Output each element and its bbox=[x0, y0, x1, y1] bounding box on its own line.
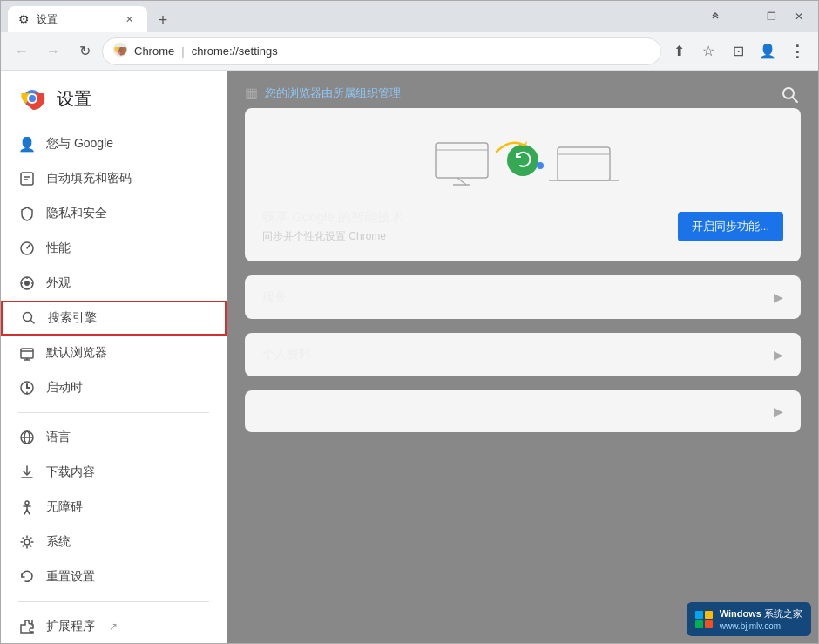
sidebar-label-search: 搜索引擎 bbox=[48, 310, 97, 326]
svg-line-42 bbox=[457, 178, 466, 185]
split-icon: ⊡ bbox=[733, 43, 744, 59]
settings-section-2: 个人资料 ▶ bbox=[245, 333, 801, 376]
sidebar-label-privacy: 隐私和安全 bbox=[46, 206, 107, 221]
page-search-button[interactable] bbox=[776, 81, 804, 109]
sidebar-item-performance[interactable]: 性能 bbox=[1, 231, 227, 266]
sync-text-row: 畅享 Google 的智能技术 同步并个性化设置 Chrome 开启同步功能..… bbox=[262, 209, 783, 244]
svg-rect-44 bbox=[558, 147, 610, 180]
windows-logo-icon bbox=[695, 611, 713, 628]
sidebar-label-browser: 默认浏览器 bbox=[46, 345, 107, 361]
sync-button[interactable]: 开启同步功能... bbox=[678, 212, 783, 241]
sidebar-item-extensions[interactable]: 扩展程序 ↗ bbox=[1, 609, 227, 643]
split-button[interactable]: ⊡ bbox=[724, 37, 752, 65]
tab-favicon-icon: ⚙ bbox=[18, 12, 30, 26]
sidebar-item-autofill[interactable]: 自动填充和密码 bbox=[1, 161, 227, 196]
page-search-icon bbox=[782, 86, 799, 104]
menu-icon: ⋮ bbox=[789, 42, 806, 61]
system-icon bbox=[18, 533, 36, 551]
forward-icon: → bbox=[46, 44, 60, 59]
appearance-icon bbox=[18, 275, 36, 292]
active-tab[interactable]: ⚙ 设置 ✕ bbox=[8, 6, 147, 32]
chrome-logo-icon bbox=[18, 85, 46, 112]
sync-subtitle: 同步并个性化设置 Chrome bbox=[262, 229, 664, 244]
sidebar-item-appearance[interactable]: 外观 bbox=[1, 266, 227, 301]
restore-button[interactable]: ❐ bbox=[759, 4, 783, 29]
refresh-icon: ↻ bbox=[79, 43, 91, 59]
sidebar-item-search[interactable]: 搜索引擎 bbox=[1, 301, 227, 336]
settings-row-extra[interactable]: ▶ bbox=[245, 390, 801, 432]
address-security-icon bbox=[113, 43, 127, 59]
nav-separator-1 bbox=[18, 412, 209, 413]
sidebar-item-privacy[interactable]: 隐私和安全 bbox=[1, 196, 227, 231]
sidebar-title: 设置 bbox=[57, 87, 91, 111]
bookmark-button[interactable]: ☆ bbox=[694, 37, 722, 65]
menu-button[interactable]: ⋮ bbox=[783, 37, 811, 65]
org-link[interactable]: 您的浏览器由所属组织管理 bbox=[265, 85, 401, 101]
performance-icon bbox=[18, 240, 36, 257]
share-button[interactable]: ⬆ bbox=[665, 37, 693, 65]
settings-row-profile[interactable]: 个人资料 ▶ bbox=[245, 333, 801, 376]
address-url: chrome://settings bbox=[192, 44, 650, 58]
sync-card: 畅享 Google 的智能技术 同步并个性化设置 Chrome 开启同步功能..… bbox=[245, 108, 801, 261]
sidebar-item-startup[interactable]: 启动时 bbox=[1, 370, 227, 405]
sidebar-item-google[interactable]: 👤 您与 Google bbox=[1, 126, 227, 161]
chrome-icon-small bbox=[113, 43, 127, 57]
sidebar-label-reset: 重置设置 bbox=[46, 569, 95, 585]
sidebar-label-performance: 性能 bbox=[46, 241, 71, 256]
sidebar-label-language: 语言 bbox=[46, 430, 71, 445]
svg-line-39 bbox=[793, 98, 797, 102]
svg-point-38 bbox=[783, 88, 794, 98]
tab-label: 设置 bbox=[37, 12, 58, 27]
toolbar: ← → ↻ Chrome | chrome://settings bbox=[1, 32, 818, 71]
close-button[interactable]: ✕ bbox=[787, 4, 811, 29]
address-bar[interactable]: Chrome | chrome://settings bbox=[102, 37, 661, 65]
back-button[interactable]: ← bbox=[8, 37, 36, 65]
settings-label-services: 服务 bbox=[262, 289, 287, 305]
win-chevron-icon bbox=[710, 11, 721, 22]
sync-illustration bbox=[262, 125, 783, 195]
address-brand: Chrome bbox=[134, 44, 174, 58]
extensions-external-icon: ↗ bbox=[109, 620, 118, 633]
svg-point-12 bbox=[24, 281, 30, 286]
sidebar-item-browser[interactable]: 默认浏览器 bbox=[1, 336, 227, 370]
svg-line-36 bbox=[27, 510, 30, 514]
settings-row-services[interactable]: 服务 ▶ bbox=[245, 275, 801, 319]
privacy-icon bbox=[18, 205, 36, 222]
watermark-text: Windows 系统之家 www.bjjmlv.com bbox=[720, 607, 802, 631]
search-icon bbox=[20, 309, 37, 327]
sidebar-label-accessibility: 无障碍 bbox=[46, 499, 83, 515]
profile-button[interactable]: 👤 bbox=[754, 37, 782, 65]
new-tab-button[interactable]: + bbox=[151, 8, 175, 32]
settings-section-3: ▶ bbox=[245, 390, 801, 432]
downloads-icon bbox=[18, 464, 36, 481]
sidebar-item-system[interactable]: 系统 bbox=[1, 525, 227, 559]
forward-button[interactable]: → bbox=[39, 37, 67, 65]
tab-close-button[interactable]: ✕ bbox=[121, 11, 137, 27]
sidebar-label-system: 系统 bbox=[46, 534, 71, 550]
autofill-icon bbox=[18, 170, 36, 187]
svg-point-6 bbox=[29, 95, 36, 102]
sidebar-label-startup: 启动时 bbox=[46, 380, 83, 396]
startup-icon bbox=[18, 379, 36, 397]
sidebar-label-google: 您与 Google bbox=[46, 136, 113, 152]
svg-rect-19 bbox=[21, 349, 33, 358]
tab-close-icon: ✕ bbox=[125, 14, 133, 25]
sidebar-item-accessibility[interactable]: 无障碍 bbox=[1, 490, 227, 525]
language-icon bbox=[18, 429, 36, 446]
tab-bar: ⚙ 设置 ✕ + bbox=[8, 1, 710, 32]
sidebar-item-downloads[interactable]: 下载内容 bbox=[1, 455, 227, 490]
new-tab-icon: + bbox=[159, 11, 168, 30]
sidebar-label-extensions: 扩展程序 bbox=[46, 619, 95, 634]
svg-rect-40 bbox=[436, 143, 488, 178]
sidebar-item-language[interactable]: 语言 bbox=[1, 420, 227, 455]
sync-illustration-svg bbox=[427, 125, 619, 195]
minimize-button[interactable]: — bbox=[731, 4, 755, 29]
watermark-suffix: 系统之家 bbox=[764, 608, 802, 619]
sidebar-item-reset[interactable]: 重置设置 bbox=[1, 559, 227, 594]
profile-arrow-icon: ▶ bbox=[774, 348, 783, 362]
sidebar-nav: 👤 您与 Google 自动填充和密码 bbox=[1, 126, 227, 643]
sidebar-label-appearance: 外观 bbox=[46, 275, 71, 291]
refresh-button[interactable]: ↻ bbox=[71, 37, 98, 65]
windows-watermark: Windows 系统之家 www.bjjmlv.com bbox=[687, 602, 811, 636]
minimize-icon: — bbox=[738, 10, 748, 23]
